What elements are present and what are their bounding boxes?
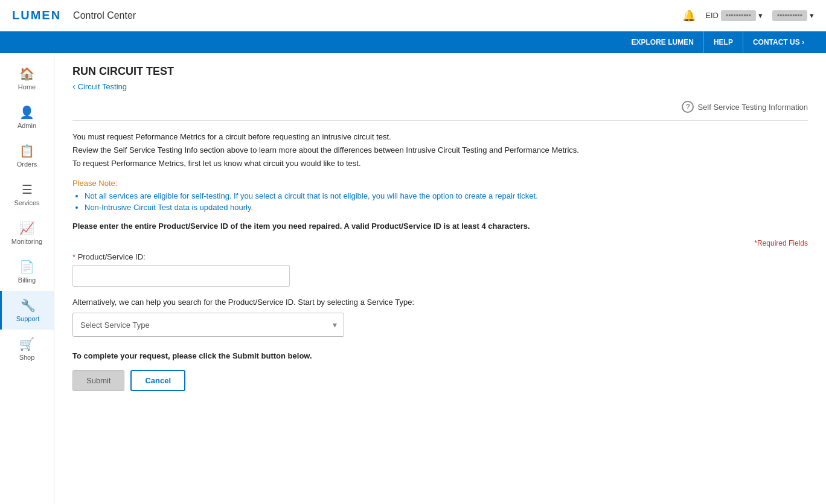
info-link-label: Self Service Testing Information xyxy=(697,103,808,112)
breadcrumb-arrow: ‹ xyxy=(72,81,75,91)
bullet-list: Not all services are eligible for self-t… xyxy=(72,191,808,212)
notifications-icon[interactable]: 🔔 xyxy=(682,9,696,22)
sidebar-item-shop[interactable]: 🛒 Shop xyxy=(0,330,54,368)
sidebar-item-orders[interactable]: 📋 Orders xyxy=(0,136,54,175)
self-service-info-link[interactable]: ? Self Service Testing Information xyxy=(682,101,808,113)
billing-icon: 📄 xyxy=(19,260,34,274)
info-paragraph-1: You must request Peformance Metrics for … xyxy=(72,130,808,170)
sidebar-item-monitoring[interactable]: 📈 Monitoring xyxy=(0,214,54,252)
user-chevron-icon: ▾ xyxy=(810,11,814,20)
alt-search-text: Alternatively, we can help you search fo… xyxy=(72,298,808,307)
top-header: LUMEN Control Center 🔔 EID •••••••••• ▾ … xyxy=(0,0,826,31)
bullet-item-1: Not all services are eligible for self-t… xyxy=(85,191,808,200)
eid-label: EID xyxy=(705,11,719,20)
service-type-select[interactable]: Select Service Type DSL Ethernet Voice I… xyxy=(72,313,344,337)
sidebar: 🏠 Home 👤 Admin 📋 Orders ☰ Services 📈 Mon… xyxy=(0,53,54,504)
breadcrumb[interactable]: ‹ Circuit Testing xyxy=(72,81,808,91)
required-star: * xyxy=(72,252,75,261)
sidebar-label-shop: Shop xyxy=(19,354,35,361)
highlight-text: Please enter the entire Product/Service … xyxy=(72,222,808,231)
submit-info-text: To complete your request, please click t… xyxy=(72,351,808,360)
sidebar-label-services: Services xyxy=(14,199,39,206)
info-circle-icon: ? xyxy=(682,101,694,113)
header-right: 🔔 EID •••••••••• ▾ •••••••••• ▾ xyxy=(682,9,814,22)
shop-icon: 🛒 xyxy=(19,337,34,351)
sidebar-item-home[interactable]: 🏠 Home xyxy=(0,59,54,98)
blue-nav: EXPLORE LUMEN HELP CONTACT US › xyxy=(0,31,826,53)
bullet-item-2: Non-Intrusive Circuit Test data is updat… xyxy=(85,203,808,212)
contact-us-link[interactable]: CONTACT US › xyxy=(743,31,814,53)
user-dropdown[interactable]: •••••••••• ▾ xyxy=(772,10,814,21)
sidebar-item-support[interactable]: 🔧 Support xyxy=(0,291,54,330)
home-icon: 🏠 xyxy=(19,66,34,81)
sidebar-item-services[interactable]: ☰ Services xyxy=(0,175,54,214)
orders-icon: 📋 xyxy=(19,144,34,158)
please-note: Please Note: xyxy=(72,179,808,188)
content-area: RUN CIRCUIT TEST ‹ Circuit Testing ? Sel… xyxy=(54,53,826,504)
help-link[interactable]: HELP xyxy=(704,31,743,53)
eid-chevron-icon: ▾ xyxy=(758,11,763,20)
button-row: Submit Cancel xyxy=(72,370,808,391)
eid-dropdown[interactable]: EID •••••••••• ▾ xyxy=(705,10,763,21)
admin-icon: 👤 xyxy=(19,105,34,120)
explore-lumen-link[interactable]: EXPLORE LUMEN xyxy=(622,31,704,53)
cancel-button[interactable]: Cancel xyxy=(130,370,185,391)
sidebar-label-monitoring: Monitoring xyxy=(11,238,42,245)
sidebar-label-admin: Admin xyxy=(18,122,36,129)
sidebar-label-orders: Orders xyxy=(17,161,37,168)
eid-value: •••••••••• xyxy=(721,10,756,21)
app-title: Control Center xyxy=(73,10,136,21)
header-left: LUMEN Control Center xyxy=(12,8,136,22)
services-icon: ☰ xyxy=(22,182,33,197)
monitoring-icon: 📈 xyxy=(19,221,34,235)
required-fields-label: *Required Fields xyxy=(72,239,808,247)
product-service-id-input[interactable] xyxy=(72,265,290,287)
logo: LUMEN xyxy=(12,8,61,22)
page-title: RUN CIRCUIT TEST xyxy=(72,65,808,78)
service-type-select-wrapper: Select Service Type DSL Ethernet Voice I… xyxy=(72,313,344,337)
sidebar-label-home: Home xyxy=(18,83,36,91)
submit-button[interactable]: Submit xyxy=(72,370,124,391)
main-layout: 🏠 Home 👤 Admin 📋 Orders ☰ Services 📈 Mon… xyxy=(0,53,826,504)
sidebar-label-billing: Billing xyxy=(18,276,36,284)
breadcrumb-label: Circuit Testing xyxy=(78,82,127,91)
sidebar-item-admin[interactable]: 👤 Admin xyxy=(0,98,54,136)
product-service-id-label: * Product/Service ID: xyxy=(72,252,808,261)
support-icon: 🔧 xyxy=(21,298,36,313)
info-bar: ? Self Service Testing Information xyxy=(72,101,808,121)
user-value: •••••••••• xyxy=(772,10,807,21)
sidebar-label-support: Support xyxy=(16,315,40,322)
sidebar-item-billing[interactable]: 📄 Billing xyxy=(0,252,54,291)
